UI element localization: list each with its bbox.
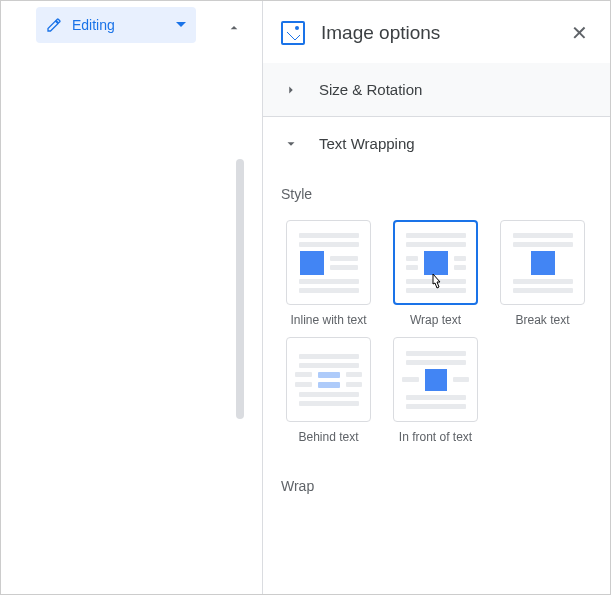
wrap-label: Wrap: [263, 462, 610, 504]
option-inline-with-text: Inline with text: [281, 220, 376, 327]
panel-header: Image options ✕: [263, 1, 610, 63]
option-tile-break[interactable]: [500, 220, 585, 305]
option-label: Break text: [515, 313, 569, 327]
close-panel-button[interactable]: ✕: [567, 17, 592, 49]
panel-title: Image options: [321, 22, 440, 44]
document-scrollbar[interactable]: [236, 59, 246, 459]
image-icon: [281, 21, 305, 45]
scrollbar-thumb[interactable]: [236, 159, 244, 419]
option-label: Wrap text: [410, 313, 461, 327]
section-size-rotation[interactable]: Size & Rotation: [263, 63, 610, 117]
section-label: Text Wrapping: [319, 135, 415, 152]
pointer-cursor-icon: [427, 273, 445, 297]
dropdown-caret-icon: [176, 17, 186, 33]
option-label: In front of text: [399, 430, 472, 444]
option-in-front-of-text: In front of text: [388, 337, 483, 444]
section-text-wrapping[interactable]: Text Wrapping: [263, 117, 610, 170]
editing-mode-dropdown[interactable]: Editing: [36, 7, 196, 43]
style-label: Style: [263, 170, 610, 212]
option-tile-front[interactable]: [393, 337, 478, 422]
collapse-toolbar-button[interactable]: [219, 13, 249, 43]
option-tile-behind[interactable]: [286, 337, 371, 422]
option-tile-wrap[interactable]: [393, 220, 478, 305]
option-behind-text: Behind text: [281, 337, 376, 444]
wrap-style-options: Inline with text: [263, 212, 610, 444]
image-options-panel: Image options ✕ Size & Rotation Text Wra…: [262, 1, 610, 595]
chevron-down-icon: [281, 137, 301, 151]
section-label: Size & Rotation: [319, 81, 422, 98]
option-tile-inline[interactable]: [286, 220, 371, 305]
option-wrap-text: Wrap text: [388, 220, 483, 327]
option-label: Inline with text: [290, 313, 366, 327]
pencil-icon: [46, 17, 62, 33]
option-break-text: Break text: [495, 220, 590, 327]
chevron-right-icon: [281, 83, 301, 97]
editing-mode-label: Editing: [72, 17, 115, 33]
option-label: Behind text: [298, 430, 358, 444]
